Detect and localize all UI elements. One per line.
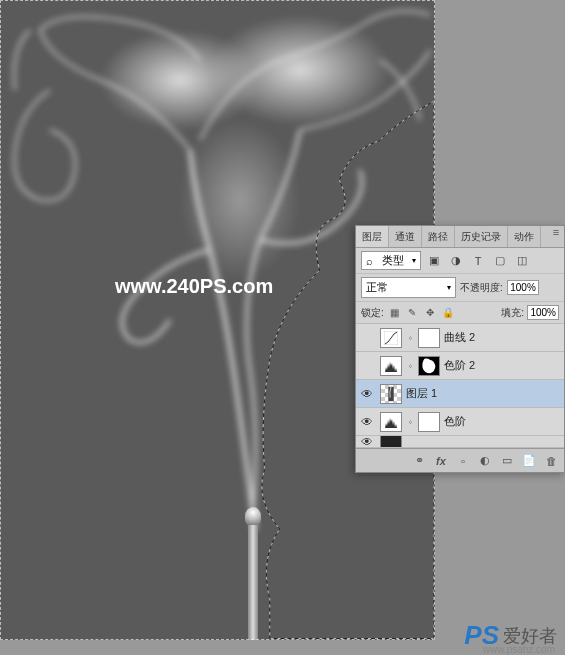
add-mask-icon[interactable]: ▫ (455, 453, 471, 469)
layers-list: ⬨ 曲线 2 ⬨ 色阶 2 👁 图层 1 👁 (356, 324, 564, 448)
delete-layer-icon[interactable]: 🗑 (543, 453, 559, 469)
layer-name[interactable]: 色阶 (444, 414, 466, 429)
filter-adjustment-icon[interactable]: ◑ (447, 253, 465, 269)
filter-shape-icon[interactable]: ▢ (491, 253, 509, 269)
lock-pixels-icon[interactable]: ✎ (405, 306, 420, 320)
layers-panel: 图层 通道 路径 历史记录 动作 ≡ ⌕ 类型 ▾ ▣ ◑ T ▢ ◫ 正常 ▾… (355, 225, 565, 473)
search-icon: ⌕ (366, 255, 373, 267)
layer-row[interactable]: 👁 图层 1 (356, 380, 564, 408)
filter-kind-label: 类型 (382, 253, 404, 268)
chevron-down-icon: ▾ (412, 256, 416, 265)
layer-name[interactable]: 色阶 2 (444, 358, 475, 373)
site-url: www.psahz.com (483, 644, 555, 655)
blend-row: 正常 ▾ 不透明度: 100% (356, 274, 564, 302)
link-icon: ⬨ (406, 417, 414, 426)
tab-channels[interactable]: 通道 (389, 226, 422, 247)
opacity-label: 不透明度: (460, 281, 503, 295)
layer-row-partial[interactable]: 👁 (356, 436, 564, 448)
panel-menu-icon[interactable]: ≡ (548, 226, 564, 247)
adjustment-layer-icon[interactable]: ◐ (477, 453, 493, 469)
adjustment-thumb-levels[interactable] (380, 356, 402, 376)
tab-actions[interactable]: 动作 (508, 226, 541, 247)
link-layers-icon[interactable]: ⚭ (411, 453, 427, 469)
lock-row: 锁定: ▦ ✎ ✥ 🔒 填充: 100% (356, 302, 564, 324)
tab-history[interactable]: 历史记录 (455, 226, 508, 247)
filter-row: ⌕ 类型 ▾ ▣ ◑ T ▢ ◫ (356, 248, 564, 274)
layer-thumb[interactable] (380, 384, 402, 404)
link-icon: ⬨ (406, 361, 414, 370)
layer-name[interactable]: 曲线 2 (444, 330, 475, 345)
visibility-toggle[interactable] (358, 357, 376, 375)
visibility-toggle[interactable]: 👁 (358, 413, 376, 431)
blend-mode-select[interactable]: 正常 ▾ (361, 277, 456, 298)
tab-layers[interactable]: 图层 (356, 226, 389, 247)
filter-smart-icon[interactable]: ◫ (513, 253, 531, 269)
lock-position-icon[interactable]: ✥ (423, 306, 438, 320)
layer-mask-thumb[interactable] (418, 412, 440, 432)
svg-rect-4 (388, 386, 393, 400)
adjustment-thumb-curves[interactable] (380, 328, 402, 348)
lock-transparency-icon[interactable]: ▦ (387, 306, 402, 320)
lock-label: 锁定: (361, 306, 384, 320)
layer-row[interactable]: ⬨ 色阶 2 (356, 352, 564, 380)
visibility-toggle[interactable] (358, 329, 376, 347)
visibility-toggle[interactable]: 👁 (358, 385, 376, 403)
filter-type-icon[interactable]: T (469, 253, 487, 269)
panel-tabs: 图层 通道 路径 历史记录 动作 ≡ (356, 226, 564, 248)
filter-pixel-icon[interactable]: ▣ (425, 253, 443, 269)
fill-label: 填充: (501, 306, 524, 320)
new-layer-icon[interactable]: 📄 (521, 453, 537, 469)
chevron-down-icon: ▾ (447, 283, 451, 292)
visibility-toggle[interactable]: 👁 (358, 436, 376, 448)
fill-input[interactable]: 100% (527, 305, 559, 320)
panel-footer: ⚭ fx ▫ ◐ ▭ 📄 🗑 (356, 448, 564, 472)
layer-row[interactable]: 👁 ⬨ 色阶 (356, 408, 564, 436)
link-icon: ⬨ (406, 333, 414, 342)
layer-row[interactable]: ⬨ 曲线 2 (356, 324, 564, 352)
layer-mask-thumb[interactable] (418, 328, 440, 348)
layer-thumb[interactable] (380, 436, 402, 448)
layer-filter-kind[interactable]: ⌕ 类型 ▾ (361, 251, 421, 270)
blend-mode-value: 正常 (366, 280, 388, 295)
opacity-input[interactable]: 100% (507, 280, 539, 295)
fx-icon[interactable]: fx (433, 453, 449, 469)
new-group-icon[interactable]: ▭ (499, 453, 515, 469)
lock-all-icon[interactable]: 🔒 (441, 306, 456, 320)
adjustment-thumb-levels[interactable] (380, 412, 402, 432)
tab-paths[interactable]: 路径 (422, 226, 455, 247)
layer-mask-thumb[interactable] (418, 356, 440, 376)
layer-name[interactable]: 图层 1 (406, 386, 437, 401)
